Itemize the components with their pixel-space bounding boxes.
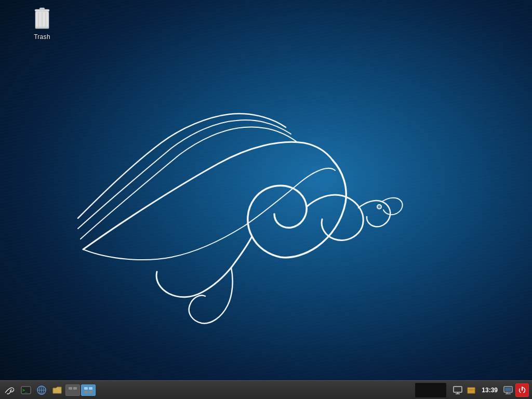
svg-text:>_: >_ — [22, 388, 28, 393]
svg-rect-22 — [454, 387, 462, 392]
archive-tray-icon[interactable] — [465, 384, 477, 396]
kali-menu-button[interactable] — [2, 383, 18, 397]
svg-rect-14 — [69, 387, 72, 390]
terminal-button[interactable]: >_ — [19, 383, 33, 397]
power-button[interactable] — [515, 383, 529, 397]
svg-rect-30 — [505, 388, 511, 391]
screen-preview — [415, 383, 446, 397]
taskbar-left: >_ — [0, 381, 98, 399]
svg-rect-15 — [73, 387, 77, 390]
svg-rect-21 — [89, 391, 92, 393]
kali-dragon — [68, 62, 457, 338]
clock[interactable]: 13:39 — [478, 387, 501, 394]
workspace-2[interactable] — [81, 384, 96, 396]
svg-rect-18 — [84, 387, 88, 390]
svg-rect-19 — [89, 387, 92, 390]
taskbar: >_ — [0, 380, 532, 399]
taskbar-right: 13:39 — [448, 381, 532, 399]
trash-icon[interactable]: Trash — [24, 6, 60, 41]
svg-point-0 — [377, 205, 381, 209]
trash-icon-image — [32, 6, 52, 31]
svg-rect-16 — [69, 391, 72, 393]
workspace-1[interactable] — [65, 384, 80, 396]
trash-label: Trash — [34, 33, 50, 41]
network-tray-icon[interactable] — [502, 384, 514, 396]
files-button[interactable] — [50, 383, 64, 397]
svg-rect-17 — [73, 391, 77, 393]
desktop: Trash >_ — [0, 0, 532, 399]
browser-button[interactable] — [34, 383, 49, 397]
svg-rect-7 — [35, 27, 49, 29]
svg-rect-25 — [468, 388, 475, 389]
svg-rect-20 — [84, 391, 88, 393]
display-tray-icon[interactable] — [451, 384, 464, 396]
svg-rect-2 — [39, 8, 45, 10]
